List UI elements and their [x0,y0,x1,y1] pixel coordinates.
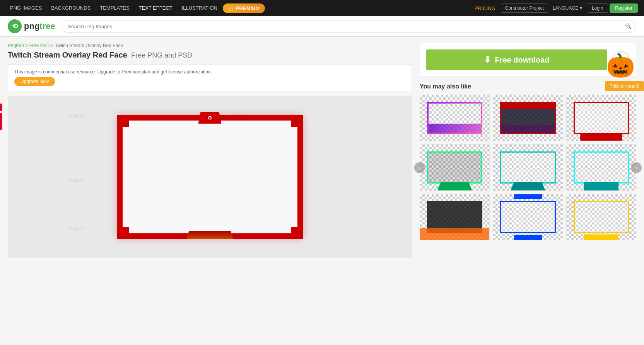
frame-blue [500,201,555,233]
breadcrumb-free-psd[interactable]: Free PSD [29,43,50,48]
nav-png-images[interactable]: PNG IMAGES [6,0,46,16]
right-panel: ⬇ Free download ♡ You may also like ‹ [420,43,636,258]
top-navigation: PNG IMAGES BACKGROUNDS TEMPLATES TEXT EF… [0,0,644,16]
corner-bl [117,227,129,239]
frame-teal [500,151,555,184]
notice-box: This image is commercial use resource. U… [8,64,412,91]
upgrade-now-button[interactable]: Upgrade Now [14,77,55,86]
left-panel: Pngtree > Free PSD > Twitch Stream Overl… [8,43,412,258]
carousel-prev-button[interactable]: ‹ [414,162,425,173]
thumbnail-bg [493,144,562,190]
halloween-widget: 🎃 Trick or treat!!! [605,50,644,91]
overlay-frame: ♻ [117,115,303,239]
thumbnail-item[interactable] [566,95,636,141]
search-bar: 🔍 [61,20,636,33]
frame-red-minimal [574,102,629,134]
carousel-next-button[interactable]: › [631,162,642,173]
premium-button[interactable]: 👑 PREMIUM [223,3,265,13]
thumbnail-bg [567,144,636,190]
thumbnail-bg [567,95,636,141]
thumbnail-item[interactable] [420,194,490,240]
breadcrumb-current: Twitch Stream Overlay Red Face [55,43,123,48]
frame-green [427,151,482,184]
download-buttons: ⬇ Free download ♡ [426,49,630,70]
overlay-top: ♻ [198,112,222,124]
frame-black [427,201,482,233]
thumbnail-bg [567,194,636,240]
recommendations-section: You may also like ‹ [420,83,636,240]
product-image: ♻ [117,115,303,239]
frame-yellow [574,201,629,233]
login-button[interactable]: Login [587,3,608,13]
nav-illustration[interactable]: ILLUSTRATION [178,0,221,16]
thumbnail-grid [420,95,636,240]
notice-text: This image is commercial use resource. U… [14,69,405,75]
breadcrumb: Pngtree > Free PSD > Twitch Stream Overl… [8,43,412,48]
thumbnail-item[interactable] [493,194,563,240]
thumbnail-item[interactable] [493,95,563,141]
pricing-link[interactable]: PRICING [471,5,499,11]
thumbnail-overlay [420,194,489,240]
thumbnail-bg [493,95,562,141]
watermark: pngtree [68,177,85,183]
search-input[interactable] [61,20,636,33]
site-header: ⟲ pngtree 🔍 [0,16,644,37]
logo-icon: ⟲ [8,19,22,33]
trick-or-treat-button[interactable]: Trick or treat!!! [605,81,644,91]
nav-templates[interactable]: TEMPLATES [96,0,133,16]
thumbnail-bg [420,95,489,141]
thumbnail-item[interactable] [420,144,490,190]
thumbnail-item[interactable] [493,144,563,190]
corner-br [291,227,303,239]
frame-purple [427,102,482,134]
thumbnail-bg [493,194,562,240]
pin-label[interactable]: Pin it! [0,104,2,111]
register-button[interactable]: Register [610,3,638,13]
corner-tl [117,115,129,127]
site-logo[interactable]: ⟲ pngtree [8,19,55,33]
thumbnail-carousel: ‹ [420,95,636,240]
thumbnail-overlay [493,95,562,141]
thumbnail-item[interactable] [420,95,490,141]
frame-cyan [574,151,629,184]
page-title: Twitch Stream Overlay Red Face Free PNG … [8,51,412,59]
download-section: ⬇ Free download ♡ [420,43,636,77]
main-content: Pngtree > Free PSD > Twitch Stream Overl… [0,37,644,264]
halloween-icon: 🎃 [605,50,636,81]
thumbnail-overlay [420,95,489,141]
thumbnail-bg [420,144,489,190]
pinterest-icon[interactable]: P [0,113,2,130]
language-button[interactable]: LANGUAGE ▾ [550,5,585,11]
thumbnail-overlay [567,95,636,141]
main-image-container: pngtree pngtree pngtree pngtree pngtree … [8,96,412,258]
thumbnail-bg [420,194,489,240]
frame-dark [500,102,555,134]
thumbnail-overlay [493,194,562,240]
thumbnail-overlay [567,144,636,190]
thumbnail-item[interactable] [566,144,636,190]
overlay-bottom [187,231,233,239]
breadcrumb-home[interactable]: Pngtree [8,43,24,48]
thumbnail-overlay [567,194,636,240]
search-icon[interactable]: 🔍 [625,23,632,29]
pin-widget: Pin it! P [0,104,2,130]
thumbnail-item[interactable] [566,194,636,240]
thumbnail-overlay [420,144,489,190]
crown-icon: 👑 [228,5,234,11]
thumbnail-overlay [493,144,562,190]
logo-text: pngtree [24,21,55,31]
contributor-button[interactable]: Contributor Project [501,3,548,13]
nav-backgrounds[interactable]: BACKGROUNDS [47,0,94,16]
corner-tr [291,115,303,127]
you-may-like-heading: You may also like [420,83,636,90]
download-icon: ⬇ [484,55,491,65]
chevron-down-icon: ▾ [580,5,582,11]
nav-text-effect[interactable]: TEXT EFFECT [135,0,176,16]
watermark: pngtree [68,112,85,118]
watermark: pngtree [68,226,85,231]
free-download-button[interactable]: ⬇ Free download [426,49,607,70]
